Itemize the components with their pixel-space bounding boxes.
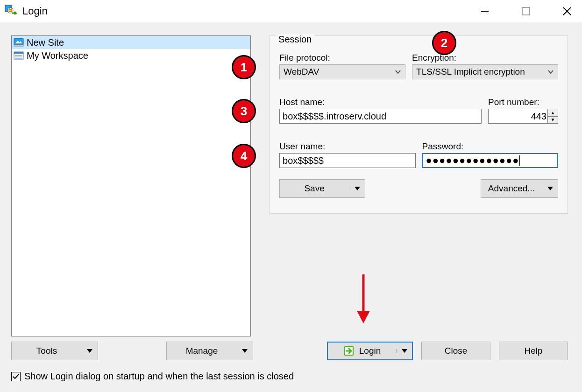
callout-2: 2: [432, 31, 456, 55]
tools-button-label: Tools: [12, 346, 82, 356]
encryption-label: Encryption:: [412, 53, 558, 63]
host-name-input[interactable]: box$$$$$.introserv.cloud: [279, 109, 482, 124]
manage-button[interactable]: Manage: [166, 342, 253, 360]
site-list[interactable]: New Site My Workspace: [11, 35, 251, 336]
close-button[interactable]: Close: [421, 342, 490, 360]
port-number-value: 443: [491, 111, 547, 122]
spin-down-icon[interactable]: ▼: [548, 117, 558, 124]
titlebar: Login: [0, 0, 582, 22]
chevron-down-icon: [547, 70, 554, 74]
login-button[interactable]: Login: [327, 342, 413, 360]
user-name-input[interactable]: box$$$$$: [279, 153, 415, 168]
svg-rect-11: [14, 45, 23, 46]
arrow-annotation: [354, 274, 373, 328]
app-icon: [5, 5, 18, 18]
host-name-value: box$$$$$.introserv.cloud: [283, 111, 386, 122]
callout-1: 1: [232, 55, 256, 79]
callout-4: 4: [232, 144, 256, 168]
workspace-icon: [14, 50, 24, 61]
user-name-label: User name:: [279, 141, 415, 152]
site-item-label: New Site: [27, 37, 64, 48]
svg-marker-17: [355, 187, 360, 190]
file-protocol-label: File protocol:: [279, 53, 405, 63]
svg-rect-2: [9, 9, 12, 12]
port-spinner[interactable]: ▲ ▼: [547, 109, 558, 123]
content-area: 1 2 3 4 New Site: [0, 22, 582, 392]
help-button-label: Help: [524, 346, 542, 356]
session-panel: Session File protocol: WebDAV Encryption…: [270, 35, 568, 214]
window-title: Login: [22, 5, 48, 17]
port-number-input[interactable]: 443 ▲ ▼: [488, 109, 558, 124]
user-name-value: box$$$$$: [283, 155, 324, 166]
svg-marker-18: [547, 187, 553, 190]
check-icon: [12, 373, 20, 380]
host-name-label: Host name:: [279, 97, 482, 107]
save-button-label: Save: [280, 183, 349, 194]
svg-rect-13: [14, 52, 23, 54]
login-button-label: Login: [359, 346, 381, 356]
site-item-my-workspace[interactable]: My Workspace: [12, 49, 250, 62]
port-number-label: Port number:: [488, 97, 558, 107]
close-button-label: Close: [445, 346, 468, 356]
svg-marker-8: [357, 311, 370, 323]
chevron-down-icon[interactable]: [349, 187, 365, 190]
show-login-dialog-checkbox[interactable]: [11, 372, 21, 381]
svg-marker-20: [242, 349, 248, 353]
svg-marker-19: [87, 349, 92, 353]
close-window-button[interactable]: [558, 2, 576, 21]
password-value: ●●●●●●●●●●●●●●: [426, 155, 519, 166]
svg-marker-23: [402, 349, 407, 353]
site-item-new-site[interactable]: New Site: [12, 36, 250, 49]
svg-rect-4: [522, 7, 530, 15]
encryption-select[interactable]: TLS/SSL Implicit encryption: [412, 64, 558, 79]
advanced-button[interactable]: Advanced...: [481, 179, 558, 198]
encryption-value: TLS/SSL Implicit encryption: [416, 67, 525, 77]
chevron-down-icon[interactable]: [82, 349, 98, 353]
save-button[interactable]: Save: [279, 179, 365, 198]
password-input[interactable]: ●●●●●●●●●●●●●●: [422, 153, 558, 168]
session-group-label: Session: [276, 34, 314, 45]
login-icon: [343, 345, 355, 357]
minimize-button[interactable]: [476, 2, 494, 21]
help-button[interactable]: Help: [499, 342, 568, 360]
file-protocol-select[interactable]: WebDAV: [279, 64, 405, 79]
advanced-button-label: Advanced...: [481, 183, 542, 194]
manage-button-label: Manage: [167, 346, 237, 356]
site-item-label: My Workspace: [27, 50, 88, 61]
maximize-button[interactable]: [517, 2, 535, 21]
text-cursor: [519, 155, 520, 166]
chevron-down-icon: [395, 70, 401, 74]
spin-up-icon[interactable]: ▲: [548, 109, 558, 117]
tools-button[interactable]: Tools: [11, 342, 98, 360]
chevron-down-icon[interactable]: [396, 349, 412, 353]
password-label: Password:: [422, 141, 558, 152]
show-login-dialog-label: Show Login dialog on startup and when th…: [24, 371, 294, 382]
chevron-down-icon[interactable]: [237, 349, 253, 353]
file-protocol-value: WebDAV: [284, 67, 319, 77]
callout-3: 3: [232, 99, 256, 123]
chevron-down-icon[interactable]: [542, 187, 558, 190]
monitor-icon: [14, 37, 24, 48]
